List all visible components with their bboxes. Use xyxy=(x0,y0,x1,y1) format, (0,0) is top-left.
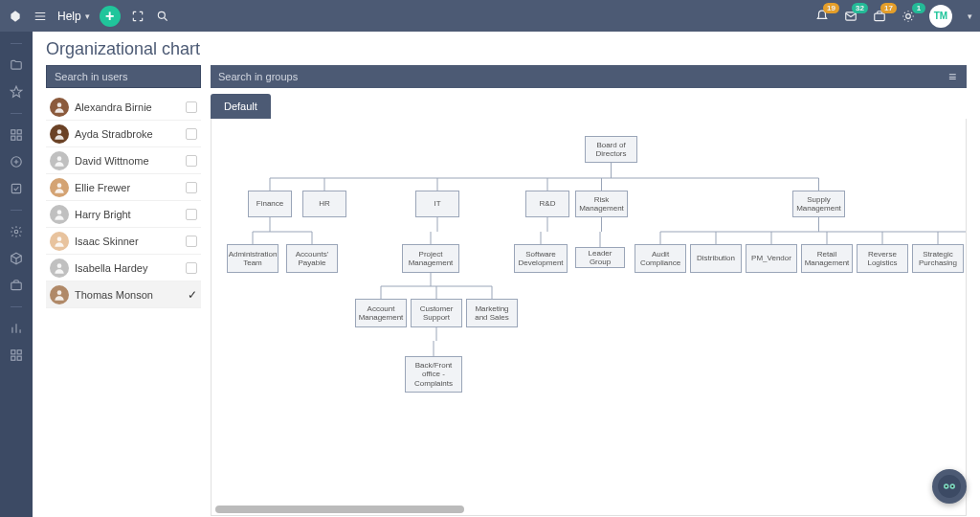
chevron-down-icon: ▾ xyxy=(85,11,90,21)
svg-point-20 xyxy=(57,210,62,214)
org-node[interactable]: Reverse Logistics xyxy=(857,244,908,273)
org-node[interactable]: Software Development xyxy=(514,244,568,273)
user-checkbox[interactable] xyxy=(186,155,197,167)
svg-point-22 xyxy=(57,263,62,268)
org-node[interactable]: PM_Vendor xyxy=(746,244,797,273)
list-toggle-icon[interactable]: ≡ xyxy=(944,69,961,84)
grid-icon[interactable] xyxy=(9,127,24,143)
user-list-item[interactable]: Isaac Skinner xyxy=(46,228,201,255)
app-logo-icon xyxy=(8,9,23,24)
org-node[interactable]: IT xyxy=(415,191,459,217)
svg-rect-2 xyxy=(875,13,885,21)
theme-badge: 1 xyxy=(912,3,925,13)
org-node[interactable]: Customer Support xyxy=(411,299,462,327)
bell-icon[interactable]: 19 xyxy=(814,9,830,24)
briefcase-icon[interactable]: 17 xyxy=(872,9,887,24)
svg-rect-11 xyxy=(11,282,22,290)
svg-rect-9 xyxy=(11,184,20,192)
page-title: Organizational chart xyxy=(33,32,980,65)
user-checkbox[interactable] xyxy=(186,182,197,193)
user-avatar xyxy=(50,124,69,144)
tab-default[interactable]: Default xyxy=(211,94,271,119)
mail-icon[interactable]: 32 xyxy=(843,9,858,24)
folder-icon[interactable] xyxy=(9,57,24,73)
user-list-item[interactable]: Thomas Monson✓ xyxy=(46,281,201,308)
svg-rect-7 xyxy=(17,136,21,140)
org-chart-canvas[interactable]: Board of DirectorsFinanceHRITR&DRisk Man… xyxy=(211,119,967,516)
org-node[interactable]: Back/Front office - Complaints xyxy=(405,356,462,393)
org-node[interactable]: HR xyxy=(302,191,346,217)
org-node[interactable]: Retail Management xyxy=(801,244,853,273)
horizontal-scrollbar[interactable] xyxy=(215,506,464,513)
theme-toggle-icon[interactable]: 1 xyxy=(901,9,916,24)
briefcase-nav-icon[interactable] xyxy=(9,278,24,293)
svg-rect-5 xyxy=(17,130,21,134)
gear-icon[interactable] xyxy=(9,224,24,239)
user-checkbox[interactable] xyxy=(186,128,197,140)
user-avatar-button[interactable]: TM xyxy=(929,5,952,28)
org-node[interactable]: R&D xyxy=(525,191,569,217)
org-node[interactable]: Accounts' Payable xyxy=(286,244,338,273)
svg-point-16 xyxy=(57,102,62,107)
chat-widget-button[interactable] xyxy=(932,469,967,504)
user-name-label: Isaac Skinner xyxy=(75,236,180,247)
search-groups-input[interactable] xyxy=(211,65,944,88)
user-checkbox[interactable] xyxy=(186,101,197,113)
star-icon[interactable] xyxy=(9,84,24,100)
org-node[interactable]: Distribution xyxy=(690,244,742,273)
user-checkbox[interactable] xyxy=(186,236,197,247)
user-list-item[interactable]: Ayda Stradbroke xyxy=(46,121,201,147)
org-node[interactable]: Account Management xyxy=(355,299,407,327)
apps-grid-icon[interactable] xyxy=(9,348,24,363)
svg-point-21 xyxy=(57,236,62,241)
org-node[interactable]: Board of Directors xyxy=(585,136,637,163)
user-list-item[interactable]: Ellie Frewer xyxy=(46,174,201,201)
svg-point-10 xyxy=(14,230,18,234)
checkmark-icon: ✓ xyxy=(188,288,197,302)
svg-point-62 xyxy=(938,475,961,498)
add-button[interactable]: + xyxy=(100,6,121,27)
mail-badge: 32 xyxy=(852,3,868,13)
svg-point-18 xyxy=(57,156,62,161)
user-list-item[interactable]: David Wittnome xyxy=(46,147,201,174)
org-node[interactable]: Administration Team xyxy=(227,244,278,273)
search-toolbar: ≡ xyxy=(33,65,980,94)
help-label: Help xyxy=(57,10,81,23)
org-node[interactable]: Leader Group xyxy=(575,247,625,268)
user-checkbox[interactable] xyxy=(186,209,197,220)
org-node[interactable]: Strategic Purchasing xyxy=(912,244,964,273)
box-icon[interactable] xyxy=(9,251,24,266)
user-checkbox[interactable] xyxy=(186,262,197,274)
org-node[interactable]: Project Management xyxy=(402,244,459,273)
check-square-icon[interactable] xyxy=(9,181,24,196)
svg-rect-6 xyxy=(11,136,15,140)
users-list: Alexandra BirnieAyda StradbrokeDavid Wit… xyxy=(46,94,201,516)
user-avatar xyxy=(50,178,69,197)
user-avatar xyxy=(50,258,69,278)
briefcase-badge: 17 xyxy=(880,3,897,13)
user-list-item[interactable]: Isabella Hardey xyxy=(46,255,201,281)
org-node[interactable]: Audit Compliance xyxy=(635,244,686,273)
bar-chart-icon[interactable] xyxy=(9,321,24,336)
org-node[interactable]: Supply Management xyxy=(792,191,845,217)
user-avatar xyxy=(50,285,69,304)
org-node[interactable]: Finance xyxy=(248,191,292,217)
rail-separator xyxy=(11,43,22,44)
help-menu[interactable]: Help ▾ xyxy=(57,10,90,23)
user-name-label: Isabella Hardey xyxy=(75,262,180,274)
svg-rect-12 xyxy=(11,350,15,354)
main-content: Organizational chart ≡ Alexandra BirnieA… xyxy=(33,32,980,517)
org-node[interactable]: Risk Management xyxy=(575,191,628,217)
search-icon[interactable] xyxy=(155,9,170,24)
plus-circle-icon[interactable] xyxy=(9,154,24,169)
user-avatar xyxy=(50,151,69,170)
org-node[interactable]: Marketing and Sales xyxy=(466,299,518,327)
fullscreen-icon[interactable] xyxy=(130,9,145,24)
user-list-item[interactable]: Alexandra Birnie xyxy=(46,94,201,121)
org-chart-panel: Default Board of DirectorsFinanceHRITR&D… xyxy=(211,94,967,516)
hamburger-menu-icon[interactable] xyxy=(33,9,48,24)
user-name-label: Alexandra Birnie xyxy=(75,101,180,113)
user-list-item[interactable]: Harry Bright xyxy=(46,201,201,228)
search-users-input[interactable] xyxy=(46,65,201,88)
bell-badge: 19 xyxy=(823,3,839,13)
